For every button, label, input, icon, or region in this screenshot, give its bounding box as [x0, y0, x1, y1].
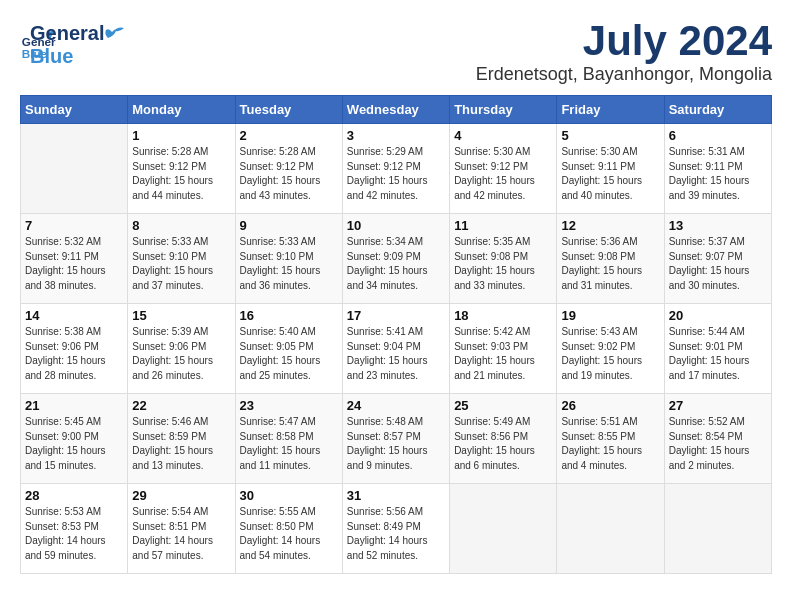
day-info: Sunrise: 5:54 AM Sunset: 8:51 PM Dayligh…: [132, 505, 230, 563]
day-info: Sunrise: 5:44 AM Sunset: 9:01 PM Dayligh…: [669, 325, 767, 383]
calendar-cell: 26Sunrise: 5:51 AM Sunset: 8:55 PM Dayli…: [557, 394, 664, 484]
week-row-3: 14Sunrise: 5:38 AM Sunset: 9:06 PM Dayli…: [21, 304, 772, 394]
day-info: Sunrise: 5:40 AM Sunset: 9:05 PM Dayligh…: [240, 325, 338, 383]
calendar-header-row: SundayMondayTuesdayWednesdayThursdayFrid…: [21, 96, 772, 124]
logo: General Blue General Blue: [20, 20, 126, 68]
day-number: 8: [132, 218, 230, 233]
col-header-wednesday: Wednesday: [342, 96, 449, 124]
calendar-cell: 4Sunrise: 5:30 AM Sunset: 9:12 PM Daylig…: [450, 124, 557, 214]
calendar-cell: [450, 484, 557, 574]
calendar-cell: 29Sunrise: 5:54 AM Sunset: 8:51 PM Dayli…: [128, 484, 235, 574]
day-info: Sunrise: 5:48 AM Sunset: 8:57 PM Dayligh…: [347, 415, 445, 473]
title-area: July 2024 Erdenetsogt, Bayanhongor, Mong…: [476, 20, 772, 85]
calendar-cell: 25Sunrise: 5:49 AM Sunset: 8:56 PM Dayli…: [450, 394, 557, 484]
calendar-cell: 15Sunrise: 5:39 AM Sunset: 9:06 PM Dayli…: [128, 304, 235, 394]
col-header-thursday: Thursday: [450, 96, 557, 124]
week-row-2: 7Sunrise: 5:32 AM Sunset: 9:11 PM Daylig…: [21, 214, 772, 304]
day-number: 5: [561, 128, 659, 143]
day-number: 30: [240, 488, 338, 503]
calendar-cell: 2Sunrise: 5:28 AM Sunset: 9:12 PM Daylig…: [235, 124, 342, 214]
day-info: Sunrise: 5:43 AM Sunset: 9:02 PM Dayligh…: [561, 325, 659, 383]
day-number: 27: [669, 398, 767, 413]
day-info: Sunrise: 5:49 AM Sunset: 8:56 PM Dayligh…: [454, 415, 552, 473]
calendar-cell: 23Sunrise: 5:47 AM Sunset: 8:58 PM Dayli…: [235, 394, 342, 484]
day-number: 6: [669, 128, 767, 143]
col-header-tuesday: Tuesday: [235, 96, 342, 124]
calendar-cell: 22Sunrise: 5:46 AM Sunset: 8:59 PM Dayli…: [128, 394, 235, 484]
calendar-cell: 8Sunrise: 5:33 AM Sunset: 9:10 PM Daylig…: [128, 214, 235, 304]
day-info: Sunrise: 5:34 AM Sunset: 9:09 PM Dayligh…: [347, 235, 445, 293]
day-info: Sunrise: 5:41 AM Sunset: 9:04 PM Dayligh…: [347, 325, 445, 383]
bird-icon: [98, 24, 126, 46]
day-number: 23: [240, 398, 338, 413]
calendar-cell: 28Sunrise: 5:53 AM Sunset: 8:53 PM Dayli…: [21, 484, 128, 574]
day-info: Sunrise: 5:29 AM Sunset: 9:12 PM Dayligh…: [347, 145, 445, 203]
day-info: Sunrise: 5:35 AM Sunset: 9:08 PM Dayligh…: [454, 235, 552, 293]
day-info: Sunrise: 5:38 AM Sunset: 9:06 PM Dayligh…: [25, 325, 123, 383]
week-row-4: 21Sunrise: 5:45 AM Sunset: 9:00 PM Dayli…: [21, 394, 772, 484]
logo-blue-text: Blue: [30, 45, 104, 68]
calendar-cell: 5Sunrise: 5:30 AM Sunset: 9:11 PM Daylig…: [557, 124, 664, 214]
day-info: Sunrise: 5:28 AM Sunset: 9:12 PM Dayligh…: [240, 145, 338, 203]
calendar-cell: 24Sunrise: 5:48 AM Sunset: 8:57 PM Dayli…: [342, 394, 449, 484]
calendar-cell: 10Sunrise: 5:34 AM Sunset: 9:09 PM Dayli…: [342, 214, 449, 304]
calendar-cell: 17Sunrise: 5:41 AM Sunset: 9:04 PM Dayli…: [342, 304, 449, 394]
day-info: Sunrise: 5:53 AM Sunset: 8:53 PM Dayligh…: [25, 505, 123, 563]
calendar-cell: 14Sunrise: 5:38 AM Sunset: 9:06 PM Dayli…: [21, 304, 128, 394]
location-title: Erdenetsogt, Bayanhongor, Mongolia: [476, 64, 772, 85]
page-header: General Blue General Blue July 2024 Erde…: [20, 20, 772, 85]
calendar-cell: 9Sunrise: 5:33 AM Sunset: 9:10 PM Daylig…: [235, 214, 342, 304]
day-info: Sunrise: 5:30 AM Sunset: 9:11 PM Dayligh…: [561, 145, 659, 203]
calendar-cell: 27Sunrise: 5:52 AM Sunset: 8:54 PM Dayli…: [664, 394, 771, 484]
day-number: 31: [347, 488, 445, 503]
day-number: 2: [240, 128, 338, 143]
day-number: 21: [25, 398, 123, 413]
month-title: July 2024: [476, 20, 772, 62]
day-info: Sunrise: 5:51 AM Sunset: 8:55 PM Dayligh…: [561, 415, 659, 473]
day-info: Sunrise: 5:33 AM Sunset: 9:10 PM Dayligh…: [240, 235, 338, 293]
calendar-cell: 18Sunrise: 5:42 AM Sunset: 9:03 PM Dayli…: [450, 304, 557, 394]
logo-general-text: General: [30, 22, 104, 45]
day-number: 24: [347, 398, 445, 413]
day-number: 16: [240, 308, 338, 323]
day-number: 11: [454, 218, 552, 233]
day-number: 19: [561, 308, 659, 323]
day-info: Sunrise: 5:31 AM Sunset: 9:11 PM Dayligh…: [669, 145, 767, 203]
day-number: 4: [454, 128, 552, 143]
day-info: Sunrise: 5:45 AM Sunset: 9:00 PM Dayligh…: [25, 415, 123, 473]
day-number: 9: [240, 218, 338, 233]
week-row-5: 28Sunrise: 5:53 AM Sunset: 8:53 PM Dayli…: [21, 484, 772, 574]
day-info: Sunrise: 5:56 AM Sunset: 8:49 PM Dayligh…: [347, 505, 445, 563]
calendar-cell: 11Sunrise: 5:35 AM Sunset: 9:08 PM Dayli…: [450, 214, 557, 304]
calendar-cell: 7Sunrise: 5:32 AM Sunset: 9:11 PM Daylig…: [21, 214, 128, 304]
day-info: Sunrise: 5:52 AM Sunset: 8:54 PM Dayligh…: [669, 415, 767, 473]
calendar-cell: 1Sunrise: 5:28 AM Sunset: 9:12 PM Daylig…: [128, 124, 235, 214]
day-number: 20: [669, 308, 767, 323]
day-info: Sunrise: 5:32 AM Sunset: 9:11 PM Dayligh…: [25, 235, 123, 293]
calendar-cell: 16Sunrise: 5:40 AM Sunset: 9:05 PM Dayli…: [235, 304, 342, 394]
day-number: 26: [561, 398, 659, 413]
day-info: Sunrise: 5:36 AM Sunset: 9:08 PM Dayligh…: [561, 235, 659, 293]
day-number: 17: [347, 308, 445, 323]
day-number: 29: [132, 488, 230, 503]
day-number: 18: [454, 308, 552, 323]
day-info: Sunrise: 5:42 AM Sunset: 9:03 PM Dayligh…: [454, 325, 552, 383]
col-header-saturday: Saturday: [664, 96, 771, 124]
day-number: 3: [347, 128, 445, 143]
day-info: Sunrise: 5:39 AM Sunset: 9:06 PM Dayligh…: [132, 325, 230, 383]
day-info: Sunrise: 5:46 AM Sunset: 8:59 PM Dayligh…: [132, 415, 230, 473]
calendar-cell: 21Sunrise: 5:45 AM Sunset: 9:00 PM Dayli…: [21, 394, 128, 484]
col-header-friday: Friday: [557, 96, 664, 124]
col-header-monday: Monday: [128, 96, 235, 124]
day-number: 15: [132, 308, 230, 323]
calendar-cell: [664, 484, 771, 574]
day-number: 7: [25, 218, 123, 233]
calendar-cell: 13Sunrise: 5:37 AM Sunset: 9:07 PM Dayli…: [664, 214, 771, 304]
calendar-cell: 31Sunrise: 5:56 AM Sunset: 8:49 PM Dayli…: [342, 484, 449, 574]
calendar-cell: 30Sunrise: 5:55 AM Sunset: 8:50 PM Dayli…: [235, 484, 342, 574]
day-info: Sunrise: 5:37 AM Sunset: 9:07 PM Dayligh…: [669, 235, 767, 293]
day-number: 13: [669, 218, 767, 233]
calendar-cell: 6Sunrise: 5:31 AM Sunset: 9:11 PM Daylig…: [664, 124, 771, 214]
calendar-cell: [21, 124, 128, 214]
day-info: Sunrise: 5:30 AM Sunset: 9:12 PM Dayligh…: [454, 145, 552, 203]
